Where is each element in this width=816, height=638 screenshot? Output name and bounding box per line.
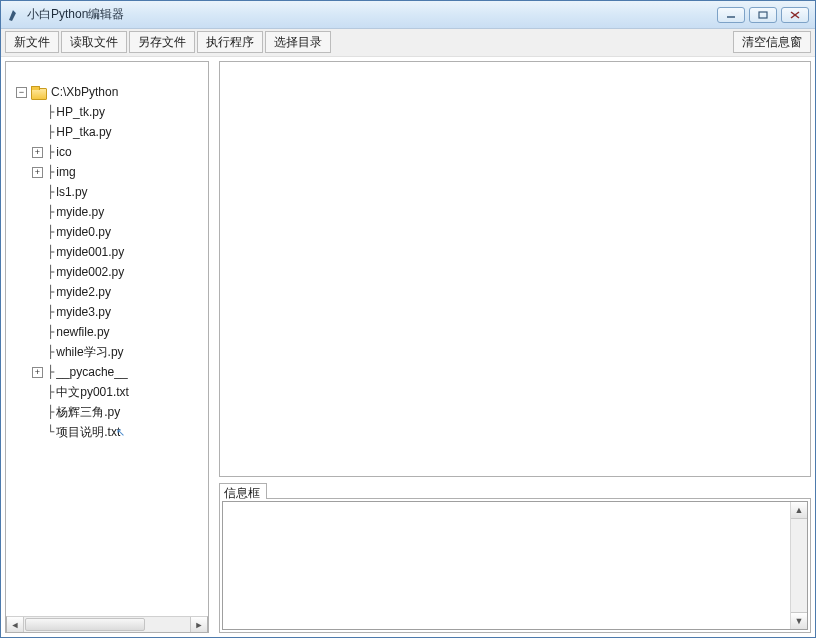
tree-item[interactable]: ├myide001.py xyxy=(32,242,208,262)
cursor-icon: ↖ xyxy=(116,426,125,439)
scroll-track[interactable] xyxy=(791,519,807,612)
close-button[interactable] xyxy=(781,7,809,23)
info-vertical-scrollbar[interactable]: ▲ ▼ xyxy=(790,502,807,629)
expand-icon[interactable]: + xyxy=(32,147,43,158)
expand-icon[interactable]: + xyxy=(32,167,43,178)
tree-item-label: img xyxy=(54,165,75,179)
tree-branch-glyph: ├ xyxy=(47,145,54,159)
tree-item-label: HP_tk.py xyxy=(54,105,105,119)
tree-item-label: myide001.py xyxy=(54,245,124,259)
tree-item-label: while学习.py xyxy=(54,344,123,361)
tree-spacer xyxy=(32,127,43,138)
tree-item[interactable]: ├while学习.py xyxy=(32,342,208,362)
tree-item[interactable]: +├img xyxy=(32,162,208,182)
maximize-button[interactable] xyxy=(749,7,777,23)
app-window: 小白Python编辑器 新文件 读取文件 另存文件 执行程序 选择目录 清空信息… xyxy=(0,0,816,638)
right-panel: 信息框 ▲ ▼ xyxy=(219,61,811,633)
tree-spacer xyxy=(32,387,43,398)
scroll-track[interactable] xyxy=(24,617,190,632)
tree-spacer xyxy=(32,307,43,318)
titlebar[interactable]: 小白Python编辑器 xyxy=(1,1,815,29)
tree-horizontal-scrollbar[interactable]: ◄ ► xyxy=(6,616,208,633)
save-as-button[interactable]: 另存文件 xyxy=(129,31,195,53)
info-text-area[interactable]: ▲ ▼ xyxy=(222,501,808,630)
tree-item-label: HP_tka.py xyxy=(54,125,111,139)
tree-item[interactable]: ├中文py001.txt xyxy=(32,382,208,402)
tree-root[interactable]: − C:\XbPython xyxy=(12,82,208,102)
tree-item[interactable]: ├myide3.py xyxy=(32,302,208,322)
clear-info-button[interactable]: 清空信息窗 xyxy=(733,31,811,53)
open-file-button[interactable]: 读取文件 xyxy=(61,31,127,53)
tree-branch-glyph: ├ xyxy=(47,105,54,119)
tree-item[interactable]: └项目说明.txt↖ xyxy=(32,422,208,442)
tree-branch-glyph: ├ xyxy=(47,265,54,279)
tree-branch-glyph: ├ xyxy=(47,205,54,219)
tree-spacer xyxy=(32,267,43,278)
tree-item[interactable]: ├newfile.py xyxy=(32,322,208,342)
info-label-frame: 信息框 xyxy=(219,483,811,499)
tree-spacer xyxy=(32,287,43,298)
tree-spacer xyxy=(32,247,43,258)
svg-rect-1 xyxy=(759,12,767,18)
tree-item[interactable]: ├myide002.py xyxy=(32,262,208,282)
run-button[interactable]: 执行程序 xyxy=(197,31,263,53)
choose-dir-button[interactable]: 选择目录 xyxy=(265,31,331,53)
tree-spacer xyxy=(32,107,43,118)
tree-item-label: newfile.py xyxy=(54,325,109,339)
scroll-left-icon[interactable]: ◄ xyxy=(7,617,24,632)
tree-branch-glyph: └ xyxy=(47,425,54,439)
tree-spacer xyxy=(32,407,43,418)
tree-item[interactable]: ├杨辉三角.py xyxy=(32,402,208,422)
app-icon xyxy=(7,8,21,22)
tree-item-label: ls1.py xyxy=(54,185,87,199)
info-pane: 信息框 ▲ ▼ xyxy=(219,483,811,633)
file-tree[interactable]: − C:\XbPython ├HP_tk.py├HP_tka.py+├ico+├… xyxy=(6,62,208,616)
tree-branch-glyph: ├ xyxy=(47,325,54,339)
tree-item[interactable]: ├HP_tka.py xyxy=(32,122,208,142)
main-area: − C:\XbPython ├HP_tk.py├HP_tka.py+├ico+├… xyxy=(1,57,815,637)
window-title: 小白Python编辑器 xyxy=(27,6,124,23)
tree-item[interactable]: ├myide0.py xyxy=(32,222,208,242)
minimize-button[interactable] xyxy=(717,7,745,23)
tree-branch-glyph: ├ xyxy=(47,225,54,239)
tree-item[interactable]: ├HP_tk.py xyxy=(32,102,208,122)
tree-branch-glyph: ├ xyxy=(47,245,54,259)
tree-item-label: myide2.py xyxy=(54,285,111,299)
info-label: 信息框 xyxy=(219,483,267,499)
tree-item-label: myide3.py xyxy=(54,305,111,319)
expand-icon[interactable]: + xyxy=(32,367,43,378)
tree-item-label: 项目说明.txt xyxy=(54,424,120,441)
tree-spacer xyxy=(32,427,43,438)
tree-branch-glyph: ├ xyxy=(47,365,54,379)
tree-item[interactable]: +├ico xyxy=(32,142,208,162)
editor-area[interactable] xyxy=(219,61,811,477)
tree-item[interactable]: +├__pycache__ xyxy=(32,362,208,382)
scroll-right-icon[interactable]: ► xyxy=(190,617,207,632)
tree-spacer xyxy=(32,327,43,338)
tree-item[interactable]: ├myide.py xyxy=(32,202,208,222)
tree-item-label: ico xyxy=(54,145,71,159)
window-controls xyxy=(717,7,815,23)
tree-branch-glyph: ├ xyxy=(47,405,54,419)
folder-icon xyxy=(31,86,45,98)
info-box: ▲ ▼ xyxy=(219,499,811,633)
tree-item[interactable]: ├myide2.py xyxy=(32,282,208,302)
scroll-up-icon[interactable]: ▲ xyxy=(791,502,807,519)
tree-branch-glyph: ├ xyxy=(47,165,54,179)
collapse-icon[interactable]: − xyxy=(16,87,27,98)
tree-branch-glyph: ├ xyxy=(47,185,54,199)
tree-branch-glyph: ├ xyxy=(47,385,54,399)
tree-spacer xyxy=(32,227,43,238)
tree-branch-glyph: ├ xyxy=(47,285,54,299)
tree-item-label: myide002.py xyxy=(54,265,124,279)
file-tree-panel: − C:\XbPython ├HP_tk.py├HP_tka.py+├ico+├… xyxy=(5,61,209,633)
tree-item-label: 中文py001.txt xyxy=(54,384,129,401)
new-file-button[interactable]: 新文件 xyxy=(5,31,59,53)
tree-item-label: myide.py xyxy=(54,205,104,219)
tree-item-label: 杨辉三角.py xyxy=(54,404,120,421)
scroll-down-icon[interactable]: ▼ xyxy=(791,612,807,629)
scroll-thumb[interactable] xyxy=(25,618,145,631)
tree-root-label: C:\XbPython xyxy=(49,85,118,99)
tree-spacer xyxy=(32,187,43,198)
tree-item[interactable]: ├ls1.py xyxy=(32,182,208,202)
